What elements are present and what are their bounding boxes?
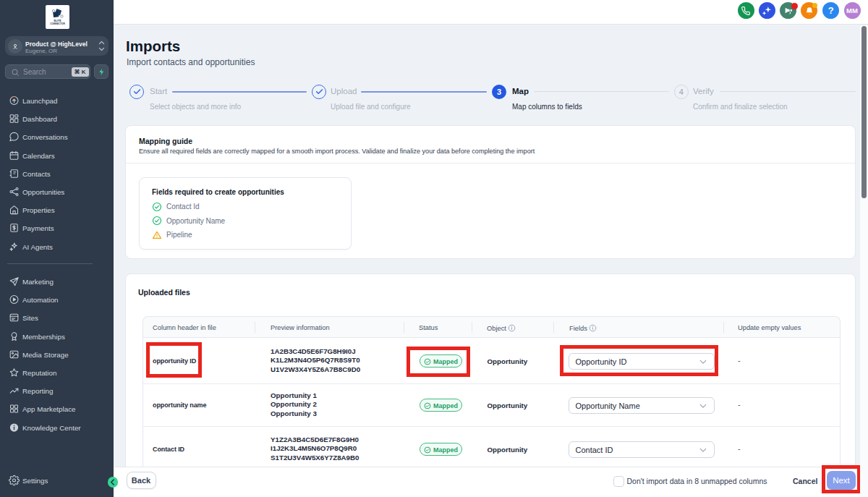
svg-text:CONNECTOR: CONNECTOR (50, 22, 65, 25)
